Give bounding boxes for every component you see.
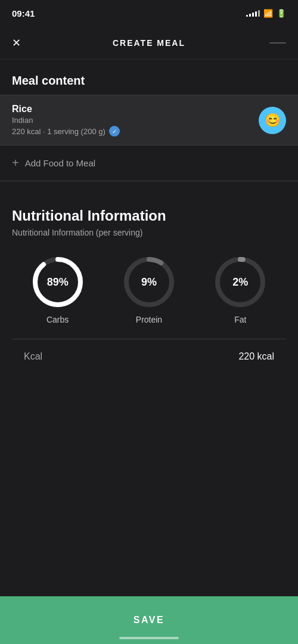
ring-protein: 9% <box>122 255 176 309</box>
meal-content-label: Meal content <box>0 60 298 95</box>
chart-name-protein: Protein <box>136 315 162 324</box>
ring-fat: 2% <box>213 255 267 309</box>
close-button[interactable]: ✕ <box>12 36 21 49</box>
kcal-value: 220 kcal <box>238 351 274 362</box>
food-info: Rice Indian 220 kcal · 1 serving (200 g)… <box>12 104 259 137</box>
header: ✕ CREATE MEAL <box>0 26 298 60</box>
food-category: Indian <box>12 116 259 125</box>
ring-label-fat: 2% <box>232 276 248 289</box>
add-food-button[interactable]: + Add Food to Meal <box>0 145 298 181</box>
nutrition-section: Nutritional Information Nutritional Info… <box>0 193 298 386</box>
food-meta: 220 kcal · 1 serving (200 g) ✓ <box>12 126 259 137</box>
status-time: 09:41 <box>12 8 35 18</box>
kcal-row: Kcal 220 kcal <box>12 339 286 374</box>
wifi-icon: 📶 <box>263 9 273 18</box>
battery-icon: 🔋 <box>277 9 286 18</box>
header-decoration <box>269 42 286 44</box>
chart-item-carbs: 89%Carbs <box>31 255 85 324</box>
food-item[interactable]: Rice Indian 220 kcal · 1 serving (200 g)… <box>0 95 298 145</box>
nutrition-subtitle: Nutritional Information (per serving) <box>12 228 286 237</box>
chart-item-protein: 9%Protein <box>122 255 176 324</box>
status-bar: 09:41 📶 🔋 <box>0 0 298 26</box>
save-label: SAVE <box>134 615 164 626</box>
add-food-label: Add Food to Meal <box>25 158 95 168</box>
food-name: Rice <box>12 104 259 114</box>
nutrition-title: Nutritional Information <box>12 208 286 224</box>
home-indicator <box>119 637 179 639</box>
plus-icon: + <box>12 156 19 170</box>
chart-name-fat: Fat <box>234 315 246 324</box>
ring-carbs: 89% <box>31 255 85 309</box>
kcal-label: Kcal <box>24 351 42 362</box>
chart-name-carbs: Carbs <box>46 315 69 324</box>
charts-row: 89%Carbs 9%Protein 2%Fat <box>12 255 286 324</box>
signal-icon <box>246 10 260 17</box>
food-emoji: 😊 <box>259 107 286 134</box>
verified-badge: ✓ <box>109 126 120 137</box>
page-title: CREATE MEAL <box>113 38 185 48</box>
meal-content-section: Meal content Rice Indian 220 kcal · 1 se… <box>0 60 298 181</box>
chart-item-fat: 2%Fat <box>213 255 267 324</box>
status-icons: 📶 🔋 <box>246 9 286 18</box>
save-button[interactable]: SAVE <box>0 596 298 644</box>
ring-label-protein: 9% <box>141 276 157 289</box>
ring-label-carbs: 89% <box>47 276 69 289</box>
